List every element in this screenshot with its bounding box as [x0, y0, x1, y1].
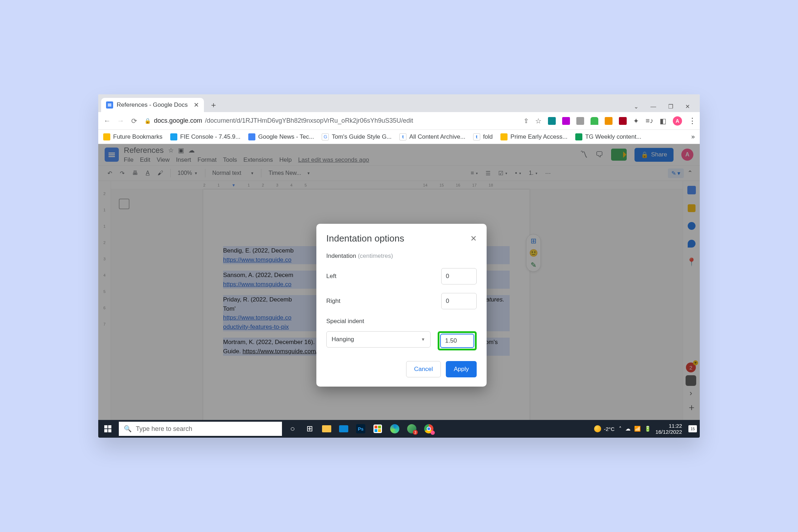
address-field[interactable]: 🔒 docs.google.com/document/d/1RJTHmD6vgY… [144, 117, 413, 124]
bookmark-label: Tom's Guide Style G... [332, 133, 392, 140]
close-window-icon[interactable]: ✕ [685, 103, 690, 110]
url-domain: docs.google.com [154, 117, 202, 124]
bookmark-icon [103, 133, 110, 140]
battery-icon[interactable]: 🔋 [644, 426, 651, 432]
bookmark-item[interactable]: Prime Early Access... [500, 133, 567, 140]
bookmark-label: All Content Archive... [409, 133, 465, 140]
tray-overflow-icon[interactable]: ˄ [619, 426, 622, 432]
share-page-icon[interactable]: ⇪ [523, 117, 529, 125]
chevron-down-icon: ▼ [421, 337, 425, 342]
search-placeholder: Type here to search [136, 425, 192, 433]
search-icon: 🔍 [124, 425, 132, 433]
extension-icon-4[interactable] [591, 117, 598, 125]
special-indent-heading: Special indent [326, 318, 477, 325]
special-indent-select[interactable]: Hanging ▼ [326, 331, 431, 348]
extension-icon-5[interactable] [605, 117, 613, 125]
chrome-menu-icon[interactable]: ⋮ [688, 116, 696, 126]
weather-icon [594, 425, 601, 432]
new-tab-button[interactable]: ＋ [207, 99, 220, 111]
bookmark-label: Google News - Tec... [258, 133, 314, 140]
dialog-title: Indentation options [326, 233, 404, 244]
bookmark-item[interactable]: tAll Content Archive... [399, 133, 465, 140]
special-indent-amount-input[interactable] [440, 334, 474, 348]
bookmark-item[interactable]: FIE Console - 7.45.9... [170, 133, 240, 140]
task-view-icon[interactable]: ⊞ [302, 422, 317, 436]
mail-icon[interactable] [336, 422, 351, 436]
indentation-unit: (centimetres) [358, 253, 393, 259]
cortana-icon[interactable]: ○ [285, 422, 300, 436]
screenshot-root: References - Google Docs ✕ ＋ ⌄ — ❐ ✕ ← →… [98, 94, 700, 438]
edge-icon[interactable] [387, 422, 403, 436]
indentation-dialog: Indentation options ✕ Indentation (centi… [316, 224, 487, 387]
bookmark-item[interactable]: Google News - Tec... [248, 133, 314, 140]
left-indent-label: Left [326, 273, 336, 280]
side-panel-icon[interactable]: ◧ [660, 117, 666, 125]
urlbar-right-icons: ⇪ ☆ ✦ ≡♪ ◧ A ⋮ [523, 116, 696, 126]
microsoft-store-icon[interactable] [370, 422, 386, 436]
browser-tab[interactable]: References - Google Docs ✕ [101, 98, 204, 112]
browser-urlbar: ← → ⟳ 🔒 docs.google.com/document/d/1RJTH… [98, 112, 700, 130]
photoshop-icon[interactable]: Ps [353, 422, 368, 436]
extensions-puzzle-icon[interactable]: ✦ [633, 117, 639, 125]
wifi-icon[interactable]: 📶 [634, 426, 641, 432]
bookmark-overflow-icon[interactable]: » [691, 133, 695, 140]
chrome-icon[interactable] [421, 422, 437, 436]
bookmark-icon [500, 133, 508, 140]
bookmark-label: TG Weekly content... [585, 133, 641, 140]
bookmark-icon [248, 133, 255, 140]
extension-icon-2[interactable] [562, 117, 570, 125]
weather-widget[interactable]: -2°C [594, 425, 615, 432]
bookmark-item[interactable]: Future Bookmarks [103, 133, 162, 140]
extension-icon-3[interactable] [576, 117, 584, 125]
tab-title: References - Google Docs [117, 101, 188, 109]
file-explorer-icon[interactable] [319, 422, 334, 436]
extension-icon-6[interactable] [619, 117, 627, 125]
bookmark-label: FIE Console - 7.45.9... [180, 133, 240, 140]
start-button[interactable] [98, 425, 117, 432]
bookmark-icon: G [322, 133, 329, 140]
bookmark-icon: t [399, 133, 406, 140]
bookmark-item[interactable]: GTom's Guide Style G... [322, 133, 392, 140]
pinned-apps: ○ ⊞ Ps [285, 422, 437, 436]
dialog-close-icon[interactable]: ✕ [470, 234, 477, 243]
bookmark-icon [170, 133, 177, 140]
minimize-icon[interactable]: — [650, 104, 656, 110]
docs-favicon [106, 101, 113, 109]
extension-icon-1[interactable] [548, 117, 556, 125]
forward-icon[interactable]: → [115, 116, 126, 126]
docs-app: References ☆ ▣ ☁ File Edit View Insert F… [98, 144, 700, 420]
bookmark-icon [575, 133, 582, 140]
taskbar-search[interactable]: 🔍 Type here to search [119, 422, 282, 436]
tab-close-icon[interactable]: ✕ [194, 101, 199, 109]
tab-search-icon[interactable]: ⌄ [634, 103, 638, 110]
bookmark-item[interactable]: tfold [473, 133, 493, 140]
bookmark-star-icon[interactable]: ☆ [535, 117, 542, 125]
bookmark-label: fold [483, 133, 493, 140]
teams-icon[interactable] [404, 422, 420, 436]
profile-avatar[interactable]: A [673, 116, 682, 126]
browser-tabstrip: References - Google Docs ✕ ＋ ⌄ — ❐ ✕ [98, 94, 700, 112]
cancel-button[interactable]: Cancel [406, 361, 441, 377]
action-center-icon[interactable]: 15 [688, 425, 697, 432]
lock-icon: 🔒 [144, 118, 151, 124]
back-icon[interactable]: ← [102, 116, 112, 126]
special-indent-value: Hanging [332, 336, 354, 343]
system-tray: -2°C ˄ ☁ 📶 🔋 11:22 16/12/2022 15 [591, 423, 700, 435]
reading-list-icon[interactable]: ≡♪ [645, 117, 653, 125]
right-indent-label: Right [326, 298, 340, 305]
clock-time: 11:22 [669, 423, 682, 429]
onedrive-icon[interactable]: ☁ [625, 426, 631, 432]
taskbar-clock[interactable]: 11:22 16/12/2022 [655, 423, 682, 435]
left-indent-input[interactable] [441, 268, 477, 284]
right-indent-input[interactable] [441, 293, 477, 309]
bookmark-item[interactable]: TG Weekly content... [575, 133, 641, 140]
temperature: -2°C [604, 426, 615, 432]
bookmark-bar: Future Bookmarks FIE Console - 7.45.9...… [98, 130, 700, 144]
bookmark-icon: t [473, 133, 480, 140]
maximize-icon[interactable]: ❐ [668, 103, 673, 110]
apply-button[interactable]: Apply [446, 361, 477, 377]
clock-date: 16/12/2022 [655, 429, 682, 435]
window-controls: ⌄ — ❐ ✕ [634, 103, 697, 112]
reload-icon[interactable]: ⟳ [129, 116, 139, 126]
bookmark-label: Future Bookmarks [113, 133, 162, 140]
